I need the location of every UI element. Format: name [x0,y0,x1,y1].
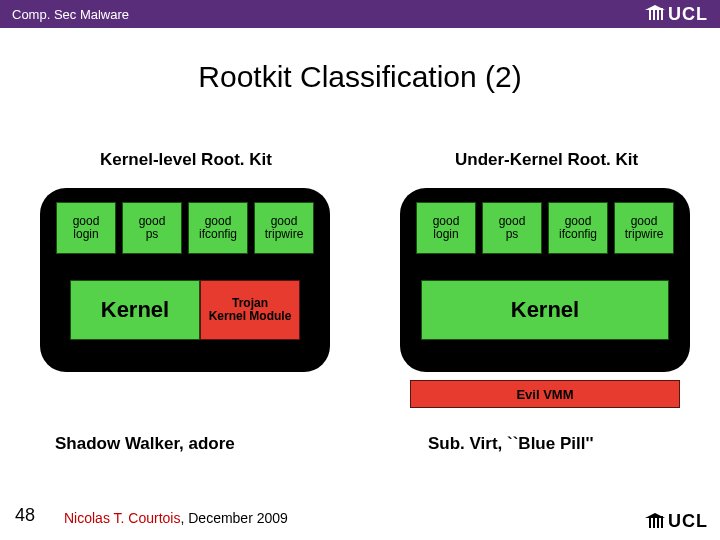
page-number: 48 [15,505,35,526]
header-bar: Comp. Sec Malware UCL [0,0,720,28]
process-row: goodlogin goodps goodifconfig goodtripwi… [50,202,320,254]
proc-box: goodps [122,202,182,254]
proc-box: goodlogin [56,202,116,254]
slide-title: Rootkit Classification (2) [0,60,720,94]
footer-attribution: Nicolas T. Courtois, December 2009 [64,510,288,526]
ucl-logo-header: UCL [648,4,708,25]
proc-box: goodlogin [416,202,476,254]
logo-text: UCL [668,4,708,25]
footer-date: , December 2009 [180,510,287,526]
course-label: Comp. Sec Malware [12,7,129,22]
footer-author: Nicolas T. Courtois [64,510,180,526]
kernel-label: Kernel [70,280,200,340]
kernel-box: Kernel Trojan Kernel Module [70,280,300,340]
proc-box: goodps [482,202,542,254]
left-example-label: Shadow Walker, adore [55,434,235,454]
kernel-row: Kernel Trojan Kernel Module [50,280,320,340]
kernel-box: Kernel [421,280,669,340]
portico-icon [648,516,664,528]
proc-box: goodtripwire [254,202,314,254]
ucl-logo-footer: UCL [648,511,708,532]
right-column-heading: Under-Kernel Root. Kit [455,150,638,170]
proc-box: goodifconfig [548,202,608,254]
under-kernel-diagram: goodlogin goodps goodifconfig goodtripwi… [400,188,690,372]
proc-box: goodifconfig [188,202,248,254]
process-row: goodlogin goodps goodifconfig goodtripwi… [410,202,680,254]
proc-box: goodtripwire [614,202,674,254]
portico-icon [648,8,664,20]
kernel-level-diagram: goodlogin goodps goodifconfig goodtripwi… [40,188,330,372]
left-column-heading: Kernel-level Root. Kit [100,150,272,170]
trojan-module-box: Trojan Kernel Module [200,280,300,340]
kernel-label: Kernel [421,280,669,340]
kernel-row: Kernel [410,280,680,340]
logo-text: UCL [668,511,708,532]
right-example-label: Sub. Virt, ``Blue Pill'' [428,434,594,454]
evil-vmm-box: Evil VMM [410,380,680,408]
